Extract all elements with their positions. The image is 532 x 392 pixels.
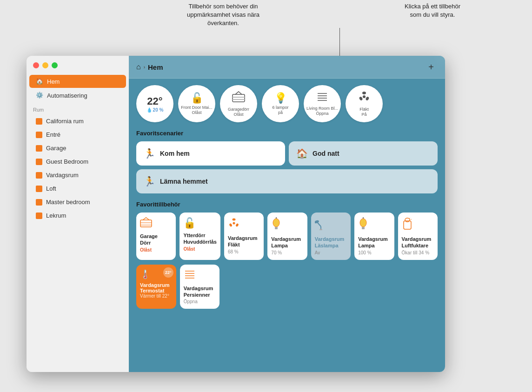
svg-point-8 — [362, 92, 366, 94]
tile-status: Olåst — [140, 247, 152, 252]
fan-label: FläktPå — [359, 107, 369, 117]
tile-name: VardagsrumPersienner — [184, 285, 213, 299]
sidebar-item-automatisering[interactable]: ⚙️ Automatisering — [29, 89, 126, 102]
header-left: ⌂ › Hem — [136, 63, 163, 71]
tile-status: 70 % — [271, 250, 282, 255]
svg-point-10 — [359, 96, 363, 101]
svg-rect-11 — [140, 220, 152, 227]
svg-point-17 — [229, 223, 233, 227]
tile-name: VardagsrumLuftfuktare — [402, 236, 432, 249]
home-icon: 🏠 — [36, 78, 43, 85]
scenario-kom-hem[interactable]: 🏃 Kom hem — [136, 141, 285, 166]
humidifier-icon — [402, 217, 413, 233]
close-button[interactable] — [33, 62, 39, 68]
sidebar-item-garage[interactable]: Garage — [29, 142, 126, 154]
svg-point-16 — [235, 223, 239, 227]
temp-widget[interactable]: 22° 💧 20 % — [136, 85, 173, 122]
temp-badge: 22° — [163, 267, 173, 278]
temp-value: 22° — [147, 95, 162, 107]
lamps-label: 6 lamporpå — [272, 105, 288, 115]
sidebar-item-california-rum[interactable]: California rum — [29, 115, 126, 127]
main-window: 🏠 Hem ⚙️ Automatisering Rum California r… — [27, 56, 445, 372]
minimize-button[interactable] — [42, 62, 48, 68]
scenario-lamna-hemmet[interactable]: 🏃 Lämna hemmet — [136, 169, 438, 193]
svg-rect-0 — [233, 94, 245, 102]
tile-name: VardagsrumTermostat — [140, 282, 170, 293]
sidebar-item-lekrum[interactable]: Lekrum — [29, 209, 126, 222]
scenario-icon: 🏠 — [296, 148, 308, 159]
blind-icon — [316, 91, 329, 105]
header-title: Hem — [148, 63, 163, 71]
header-chevron-icon: › — [144, 65, 145, 70]
sidebar-room-label: Vardagsrum — [46, 172, 79, 179]
tile-status: Olåst — [183, 246, 195, 252]
scenario-label: Lämna hemmet — [160, 178, 208, 185]
garage-door-widget[interactable]: GaragedörrOlåst — [220, 85, 257, 122]
scenario-label: Kom hem — [160, 150, 190, 157]
garage-icon — [232, 91, 246, 106]
scenario-god-natt[interactable]: 🏠 God natt — [289, 141, 438, 166]
sidebar-item-loft[interactable]: Loft — [29, 182, 126, 195]
room-icon — [36, 132, 42, 138]
tile-name: GarageDörr — [140, 233, 158, 246]
svg-rect-19 — [275, 227, 278, 229]
blind-widget[interactable]: Living Room Bl...Öppna — [304, 85, 341, 122]
tile-name: VardagsrumLäslampa — [315, 236, 345, 249]
automation-icon: ⚙️ — [36, 92, 43, 99]
fan-widget[interactable]: FläktPå — [346, 85, 383, 122]
tile-ytterdorr[interactable]: 🔓 YtterdörrHuvuddörrlås Olåst — [180, 213, 220, 260]
blind-label: Living Room Bl...Öppna — [306, 106, 338, 116]
room-icon — [36, 186, 42, 192]
room-icon — [36, 199, 42, 206]
tile-status: Av — [315, 250, 320, 255]
room-icon — [36, 118, 42, 125]
sidebar-automatisering-label: Automatisering — [47, 92, 87, 99]
tile-name: VardagsrumFläkt — [228, 235, 258, 248]
svg-line-22 — [318, 223, 321, 226]
sidebar-room-label: Garage — [46, 145, 66, 152]
tile-vardagsrum-lampa1[interactable]: VardagsrumLampa 70 % — [267, 213, 307, 260]
sidebar-room-label: Loft — [46, 185, 56, 192]
unlock-icon: 🔓 — [191, 92, 203, 104]
tile-vardagsrum-persienner[interactable]: VardagsrumPersienner Öppna — [180, 265, 220, 309]
tile-status: 68 % — [228, 249, 239, 254]
annotation-left: Tillbehör som behöver din uppmärksamhet … — [172, 2, 274, 28]
tile-status: 100 % — [358, 250, 371, 255]
tile-vardagsrum-termostat[interactable]: 22° 🌡️ VardagsrumTermostat Värmer till 2… — [136, 265, 176, 309]
tile-garage-dorr[interactable]: GarageDörr Olåst — [136, 213, 176, 260]
main-scroll[interactable]: 22° 💧 20 % 🔓 Front Door Mai...Olåst — [129, 79, 445, 372]
tile-vardagsrum-luftfuktare[interactable]: VardagsrumLuftfuktare Ökar till 34 % — [398, 213, 438, 260]
tile-vardagsrum-flakt[interactable]: VardagsrumFläkt 68 % — [224, 213, 264, 260]
tile-vardagsrum-laslampa[interactable]: VardagsrumLäslampa Av — [311, 213, 351, 260]
accessories-row1: GarageDörr Olåst 🔓 YtterdörrHuvuddörrlås… — [136, 213, 438, 260]
add-button[interactable]: + — [425, 60, 438, 73]
sidebar-item-master-bedroom[interactable]: Master bedroom — [29, 196, 126, 208]
scenarios-title: Favoritscenarier — [136, 130, 438, 137]
tile-status: Ökar till 34 % — [402, 250, 429, 255]
sidebar-section-rum: Rum — [27, 102, 129, 114]
lamp-icon: 💡 — [274, 92, 287, 104]
svg-point-25 — [360, 219, 366, 227]
lamps-widget[interactable]: 💡 6 lamporpå — [262, 85, 299, 122]
garage-acc-icon — [140, 217, 152, 230]
main-content: ⌂ › Hem + 22° 💧 20 % — [129, 56, 445, 372]
sidebar-item-guest-bedroom[interactable]: Guest Bedroom — [29, 155, 126, 168]
annotation-right: Klicka på ett tillbehör som du vill styr… — [386, 2, 479, 19]
front-door-widget[interactable]: 🔓 Front Door Mai...Olåst — [178, 85, 215, 122]
svg-line-30 — [409, 218, 411, 219]
maximize-button[interactable] — [52, 62, 58, 68]
tile-vardagsrum-lampa2[interactable]: VardagsrumLampa 100 % — [354, 213, 394, 260]
sidebar-item-entré[interactable]: Entré — [29, 128, 126, 141]
svg-rect-12 — [140, 222, 152, 223]
status-row: 22° 💧 20 % 🔓 Front Door Mai...Olåst — [136, 85, 438, 122]
annotation-area: Tillbehör som behöver din uppmärksamhet … — [0, 0, 532, 56]
svg-point-7 — [363, 95, 366, 98]
accessories-title: Favorittillbehör — [136, 201, 438, 208]
tile-name: YtterdörrHuvuddörrlås — [183, 232, 217, 246]
svg-rect-13 — [140, 225, 152, 226]
sidebar-room-label: Entré — [46, 131, 60, 138]
sidebar-item-hem[interactable]: 🏠 Hem — [29, 75, 126, 88]
tile-status: Värmer till 22° — [140, 293, 169, 299]
svg-rect-26 — [362, 227, 365, 229]
sidebar-item-vardagsrum[interactable]: Vardagsrum — [29, 169, 126, 181]
